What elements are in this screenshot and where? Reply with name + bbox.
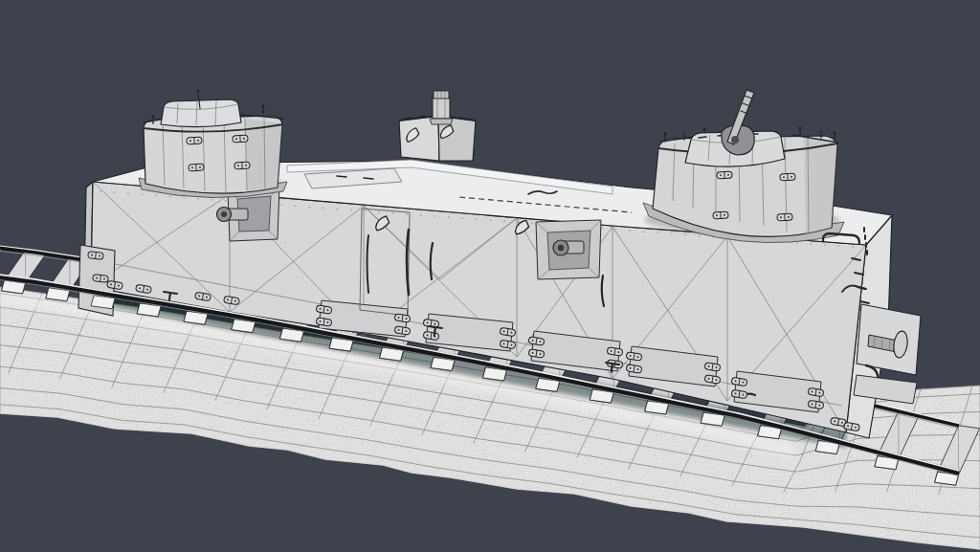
hinge-clamp xyxy=(233,135,248,143)
machine-gun-port-mid xyxy=(536,220,601,279)
hinge-clamp xyxy=(713,211,728,219)
gun-breech xyxy=(731,136,739,144)
hinge-clamp xyxy=(780,173,795,181)
render-viewport xyxy=(0,0,980,552)
hinge-clamp xyxy=(717,171,732,179)
hinge-clamp xyxy=(189,164,204,171)
hinge-clamp xyxy=(187,137,202,144)
antenna-tip xyxy=(197,90,200,93)
hinge-clamp xyxy=(93,275,109,283)
front-turret-cupola xyxy=(161,99,241,127)
hinge-clamp xyxy=(777,213,792,221)
scene-3d-render xyxy=(0,0,980,552)
hinge-clamp xyxy=(234,162,250,169)
periscope xyxy=(433,98,450,119)
hinge-clamp xyxy=(88,252,104,260)
periscope-base xyxy=(430,119,453,124)
